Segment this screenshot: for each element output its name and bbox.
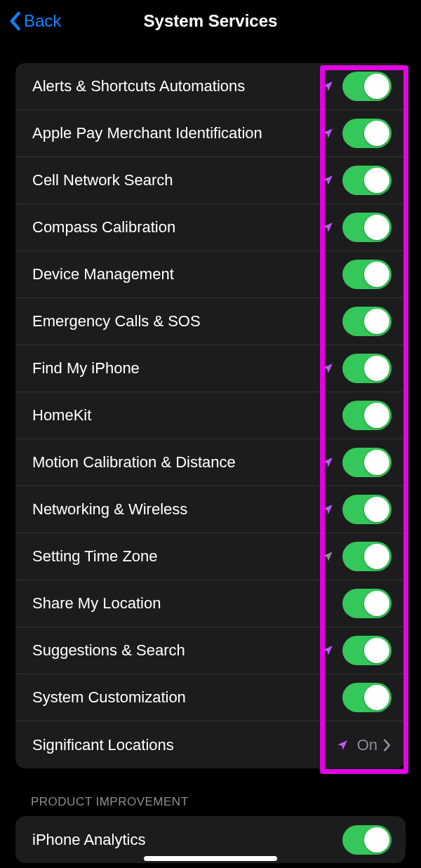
list-toggle-row: Device Management <box>15 251 406 298</box>
toggle-knob <box>364 591 389 616</box>
list-toggle-row: System Customization <box>15 674 406 721</box>
location-arrow-icon <box>336 739 349 752</box>
toggle-knob <box>364 544 389 569</box>
toggle-switch[interactable] <box>342 72 392 101</box>
row-label: Device Management <box>32 265 342 283</box>
back-button[interactable]: Back <box>8 11 61 31</box>
list-toggle-row: Apple Pay Merchant Identification <box>15 110 406 157</box>
toggle-switch[interactable] <box>342 495 392 524</box>
location-arrow-icon <box>321 503 334 516</box>
toggle-knob <box>364 168 389 193</box>
row-label: System Customization <box>32 688 342 707</box>
list-toggle-row: Networking & Wireless <box>15 486 406 533</box>
home-indicator[interactable] <box>144 856 277 861</box>
toggle-switch[interactable] <box>342 589 392 618</box>
row-label: Find My iPhone <box>32 359 321 378</box>
row-label: iPhone Analytics <box>32 831 342 849</box>
toggle-knob <box>364 262 389 287</box>
toggle-switch[interactable] <box>342 213 392 242</box>
list-toggle-row: Share My Location <box>15 580 406 627</box>
toggle-switch[interactable] <box>342 119 392 148</box>
toggle-switch[interactable] <box>342 260 392 289</box>
toggle-switch[interactable] <box>342 448 392 477</box>
location-arrow-icon <box>321 644 334 657</box>
list-toggle-row: HomeKit <box>15 392 406 439</box>
toggle-switch[interactable] <box>342 401 392 430</box>
toggle-knob <box>364 215 389 240</box>
toggle-knob <box>364 638 389 663</box>
row-label: Motion Calibration & Distance <box>32 453 321 472</box>
row-value: On <box>357 736 377 754</box>
toggle-knob <box>364 74 389 99</box>
toggle-knob <box>364 450 389 475</box>
row-label: Compass Calibration <box>32 218 321 236</box>
row-label: Emergency Calls & SOS <box>32 312 342 330</box>
page-title: System Services <box>144 11 278 31</box>
list-toggle-row: Find My iPhone <box>15 345 406 392</box>
chevron-left-icon <box>8 11 21 31</box>
location-arrow-icon <box>321 221 334 234</box>
location-arrow-icon <box>321 550 334 563</box>
list-toggle-row: Suggestions & Search <box>15 627 406 674</box>
nav-bar: Back System Services <box>0 0 421 42</box>
row-label: HomeKit <box>32 406 342 425</box>
list-toggle-row: Compass Calibration <box>15 204 406 251</box>
list-toggle-row: Alerts & Shortcuts Automations <box>15 63 406 110</box>
row-label: Share My Location <box>32 594 342 613</box>
row-label: Alerts & Shortcuts Automations <box>32 77 321 95</box>
list-toggle-row: Cell Network Search <box>15 157 406 204</box>
toggle-switch[interactable] <box>342 354 392 383</box>
location-arrow-icon <box>321 127 334 140</box>
section-header-product-improvement: PRODUCT IMPROVEMENT <box>0 768 421 816</box>
location-arrow-icon <box>321 362 334 375</box>
toggle-knob <box>364 403 389 428</box>
row-label: Apple Pay Merchant Identification <box>32 124 321 142</box>
toggle-knob <box>364 356 389 381</box>
list-nav-row[interactable]: Significant LocationsOn <box>15 721 406 768</box>
row-label: Significant Locations <box>32 736 336 754</box>
row-label: Suggestions & Search <box>32 641 321 660</box>
location-arrow-icon <box>321 456 334 469</box>
list-toggle-row: Motion Calibration & Distance <box>15 439 406 486</box>
toggle-knob <box>364 497 389 522</box>
location-arrow-icon <box>321 174 334 187</box>
toggle-switch[interactable] <box>342 542 392 571</box>
list-toggle-row: Emergency Calls & SOS <box>15 298 406 345</box>
list-toggle-row: Setting Time Zone <box>15 533 406 580</box>
system-services-list: Alerts & Shortcuts AutomationsApple Pay … <box>15 63 406 768</box>
location-arrow-icon <box>321 80 334 93</box>
toggle-switch[interactable] <box>342 825 392 855</box>
toggle-knob <box>364 827 389 853</box>
toggle-knob <box>364 685 389 710</box>
back-label: Back <box>24 11 61 31</box>
chevron-right-icon <box>383 739 392 752</box>
toggle-switch[interactable] <box>342 636 392 665</box>
row-label: Networking & Wireless <box>32 500 321 519</box>
toggle-knob <box>364 121 389 146</box>
toggle-switch[interactable] <box>342 307 392 336</box>
toggle-knob <box>364 309 389 334</box>
toggle-switch[interactable] <box>342 166 392 195</box>
row-label: Setting Time Zone <box>32 547 321 566</box>
toggle-switch[interactable] <box>342 683 392 712</box>
row-label: Cell Network Search <box>32 171 321 189</box>
